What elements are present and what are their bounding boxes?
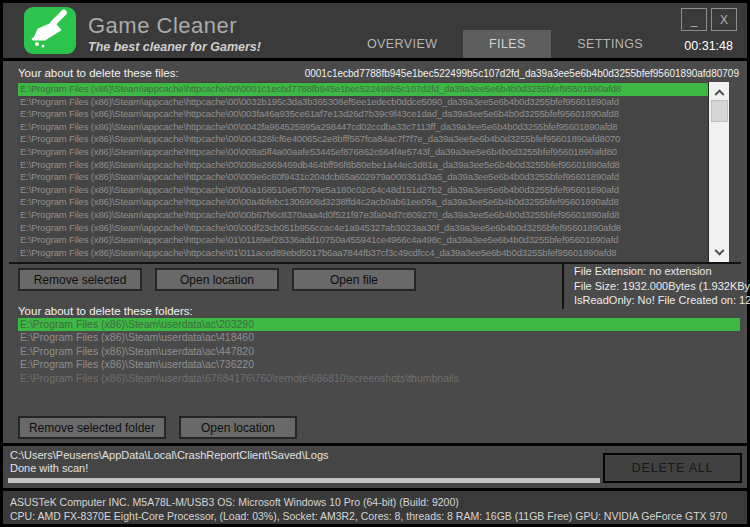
selected-file-name: 0001c1ecbd7788fb945e1bec522499b5c107d2fd… <box>305 68 739 79</box>
system-info-line1: ASUSTeK Computer INC. M5A78L-M/USB3 OS: … <box>10 496 459 508</box>
scan-status: Done with scan! <box>10 462 88 474</box>
broom-icon <box>28 9 72 53</box>
files-section-label: Your about to delete these files: <box>18 67 179 79</box>
files-rows: E:\Program Files (x86)\Steam\appcache\ht… <box>18 83 708 259</box>
system-status-bar: ASUSTeK Computer INC. M5A78L-M/USB3 OS: … <box>3 491 747 524</box>
file-extension: File Extension: no extension <box>574 264 750 279</box>
open-file-button[interactable]: Open file <box>292 268 416 291</box>
file-row[interactable]: E:\Program Files (x86)\Steam\appcache\ht… <box>18 184 708 197</box>
title-bar: Game Cleaner The best cleaner for Gamers… <box>3 3 747 58</box>
bottom-panel: C:\Users\Peusens\AppData\Local\CrashRepo… <box>3 446 747 488</box>
app-window: Game Cleaner The best cleaner for Gamers… <box>0 0 750 527</box>
info-divider <box>562 264 564 309</box>
file-row[interactable]: E:\Program Files (x86)\Steam\appcache\ht… <box>18 171 708 184</box>
file-row[interactable]: E:\Program Files (x86)\Steam\appcache\ht… <box>18 108 708 121</box>
app-title: Game Cleaner <box>88 13 261 39</box>
tab[interactable]: FILES <box>463 30 551 58</box>
file-row[interactable]: E:\Program Files (x86)\Steam\appcache\ht… <box>18 247 708 260</box>
open-folder-location-button[interactable]: Open location <box>179 416 297 439</box>
file-readonly-created: IsReadOnly: No! File Created on: 12/17/2… <box>574 293 750 308</box>
tab-bar: OVERVIEWFILESSETTINGS <box>355 30 655 58</box>
scroll-thumb[interactable] <box>711 100 728 122</box>
files-scrollbar[interactable] <box>708 82 729 263</box>
file-row[interactable]: E:\Program Files (x86)\Steam\appcache\ht… <box>18 222 708 235</box>
close-button[interactable]: X <box>711 8 737 31</box>
folders-listbox: E:\Program Files (x86)\Steam\userdata\ac… <box>18 318 740 385</box>
scan-path: C:\Users\Peusens\AppData\Local\CrashRepo… <box>10 449 329 461</box>
folder-row[interactable]: E:\Program Files (x86)\Steam\userdata\ac… <box>18 318 740 331</box>
file-row[interactable]: E:\Program Files (x86)\Steam\appcache\ht… <box>18 209 708 222</box>
folder-row[interactable]: E:\Program Files (x86)\Steam\userdata\ac… <box>18 345 740 358</box>
folder-row[interactable]: E:\Program Files (x86)\Steam\userdata\67… <box>18 372 740 385</box>
minimize-button[interactable]: _ <box>681 8 707 31</box>
open-file-location-button[interactable]: Open location <box>155 268 279 291</box>
app-logo <box>24 7 76 54</box>
file-row[interactable]: E:\Program Files (x86)\Steam\appcache\ht… <box>18 96 708 109</box>
file-row[interactable]: E:\Program Files (x86)\Steam\appcache\ht… <box>18 121 708 134</box>
scroll-up-icon[interactable] <box>709 83 729 100</box>
title-block: Game Cleaner The best cleaner for Gamers… <box>88 13 261 54</box>
remove-selected-file-button[interactable]: Remove selected <box>18 268 142 291</box>
file-row[interactable]: E:\Program Files (x86)\Steam\appcache\ht… <box>18 133 708 146</box>
app-tagline: The best cleaner for Gamers! <box>88 40 261 54</box>
tab[interactable]: OVERVIEW <box>355 30 449 58</box>
tab[interactable]: SETTINGS <box>565 30 655 58</box>
file-row[interactable]: E:\Program Files (x86)\Steam\appcache\ht… <box>18 196 708 209</box>
scroll-down-icon[interactable] <box>709 245 729 262</box>
file-row[interactable]: E:\Program Files (x86)\Steam\appcache\ht… <box>18 146 708 159</box>
session-clock: 00:31:48 <box>684 39 733 53</box>
file-row[interactable]: E:\Program Files (x86)\Steam\appcache\ht… <box>18 159 708 172</box>
folder-row[interactable]: E:\Program Files (x86)\Steam\userdata\ac… <box>18 331 740 344</box>
main-panel: Your about to delete these files: 0001c1… <box>3 61 747 443</box>
file-size: File Size: 1932.000Bytes (1.932KBytes) <box>574 279 750 294</box>
remove-selected-folder-button[interactable]: Remove selected folder <box>18 416 166 439</box>
delete-all-button[interactable]: DELETE ALL <box>603 453 742 483</box>
folders-section-label: Your about to delete these folders: <box>18 305 193 317</box>
scan-progress-bar <box>8 478 600 483</box>
file-row[interactable]: E:\Program Files (x86)\Steam\appcache\ht… <box>18 234 708 247</box>
file-row[interactable]: E:\Program Files (x86)\Steam\appcache\ht… <box>18 83 708 96</box>
folder-row[interactable]: E:\Program Files (x86)\Steam\userdata\ac… <box>18 358 740 371</box>
file-info: File Extension: no extension File Size: … <box>574 264 750 308</box>
files-listbox: E:\Program Files (x86)\Steam\appcache\ht… <box>18 82 729 263</box>
system-info-line2: CPU: AMD FX-8370E Eight-Core Processor, … <box>10 510 727 522</box>
